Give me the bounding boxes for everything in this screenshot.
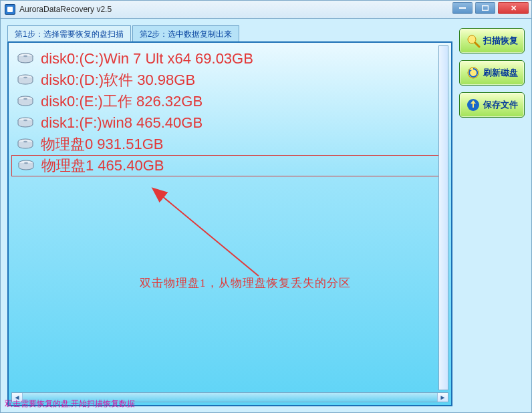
disk-row[interactable]: disk0:(D:)软件 30.98GB [11,70,448,91]
save-file-label: 保存文件 [483,99,518,111]
minimize-button[interactable] [452,2,473,14]
vertical-scrollbar[interactable] [438,45,448,390]
scan-recover-label: 扫描恢复 [483,35,518,47]
svg-line-13 [162,196,259,276]
disk-row[interactable]: disk0:(E:)工作 826.32GB [11,91,448,112]
disk-panel-inner: disk0:(C:)Win 7 Ult x64 69.03GBdisk0:(D:… [11,45,448,402]
client-area: 第1步：选择需要恢复的盘扫描 第2步：选中数据复制出来 disk0:(C:)Wi… [0,19,532,413]
disk-label: disk1:(F:)win8 465.40GB [41,114,203,132]
refresh-disks-label: 刷新磁盘 [483,67,518,79]
svg-line-15 [475,43,479,47]
refresh-icon [466,65,481,80]
svg-rect-0 [483,6,489,11]
close-button[interactable]: ✕ [498,2,529,14]
tab-step2[interactable]: 第2步：选中数据复制出来 [132,25,240,41]
disk-icon [17,160,35,172]
svg-point-4 [23,77,27,78]
save-icon [466,98,481,112]
step-tabs: 第1步：选择需要恢复的盘扫描 第2步：选中数据复制出来 [7,25,452,41]
refresh-disks-button[interactable]: 刷新磁盘 [459,60,525,86]
disk-panel: disk0:(C:)Win 7 Ult x64 69.03GBdisk0:(D:… [7,41,452,406]
status-bar: 双击需要恢复的盘,开始扫描恢复数据 [5,398,135,410]
window-controls: ✕ [452,2,529,14]
disk-row[interactable]: disk0:(C:)Win 7 Ult x64 69.03GB [11,48,448,70]
disk-label: 物理盘0 931.51GB [41,134,163,154]
scan-recover-button[interactable]: 扫描恢复 [459,28,525,53]
disk-icon [17,74,34,86]
svg-point-6 [23,98,27,100]
disk-label: disk0:(D:)软件 30.98GB [41,70,195,90]
disk-icon [17,117,34,129]
maximize-button[interactable] [475,2,495,14]
maximize-icon [482,5,489,11]
disk-list: disk0:(C:)Win 7 Ult x64 69.03GBdisk0:(D:… [11,45,448,179]
window-title: AuroraDataRecovery v2.5 [19,5,112,14]
annotation-text: 双击物理盘1，从物理盘恢复丢失的分区 [140,275,351,291]
disk-row[interactable]: 物理盘0 931.51GB [11,134,448,155]
disk-label: 物理盘1 465.40GB [41,156,164,176]
side-buttons: 扫描恢复 刷新磁盘 保存文件 [459,25,525,406]
save-file-button[interactable]: 保存文件 [459,92,525,118]
disk-icon [17,53,34,65]
disk-icon [17,96,34,108]
svg-point-2 [23,55,27,57]
disk-icon [17,138,34,150]
disk-label: disk0:(E:)工作 826.32GB [41,92,203,112]
svg-point-8 [23,120,27,121]
close-icon: ✕ [511,4,517,13]
disk-label: disk0:(C:)Win 7 Ult x64 69.03GB [41,50,253,67]
svg-point-12 [24,162,28,164]
titlebar: AuroraDataRecovery v2.5 ✕ [0,0,532,19]
svg-point-10 [23,141,27,142]
tab-step1[interactable]: 第1步：选择需要恢复的盘扫描 [7,25,131,41]
magnifier-icon [466,33,481,48]
disk-row[interactable]: 物理盘1 465.40GB [11,155,448,176]
scroll-right-arrow[interactable]: ► [437,393,448,402]
app-icon [5,4,15,15]
disk-row[interactable]: disk1:(F:)win8 465.40GB [11,112,448,134]
